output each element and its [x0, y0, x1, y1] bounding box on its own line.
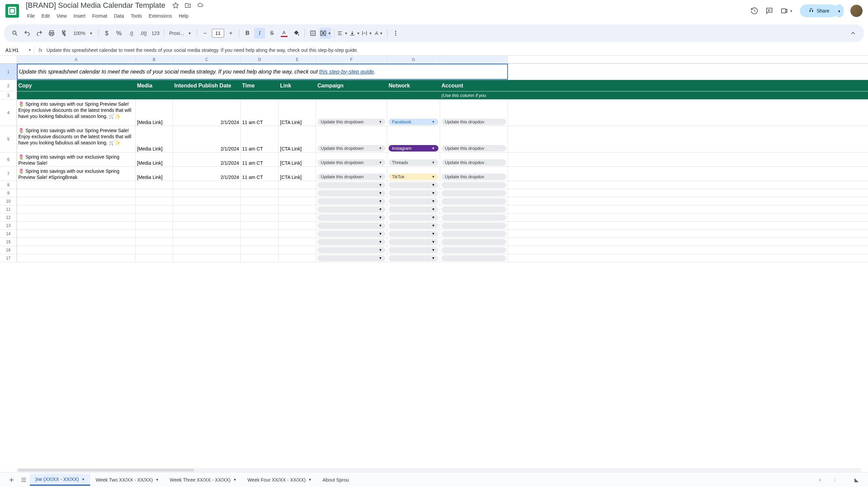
explore-icon[interactable]: ◣: [850, 474, 863, 486]
row-header-7[interactable]: 7: [0, 167, 17, 181]
sheet-tab-5[interactable]: About Sprou: [317, 474, 354, 485]
row-header-9[interactable]: 9: [0, 189, 17, 197]
sheet-tab-1[interactable]: )ne (XX/XX - XX/XX)▼: [30, 474, 90, 486]
account-dropdown[interactable]: Update this dropdov: [441, 159, 506, 166]
campaign-dropdown[interactable]: Update this dropdown▼: [317, 159, 386, 166]
cell-link[interactable]: [CTA Link]: [279, 100, 316, 126]
col-header-F[interactable]: F: [316, 56, 387, 63]
row-header-1[interactable]: 1: [0, 64, 17, 80]
sheet-tab-3[interactable]: Week Three XX/XX - XX/XX)▼: [164, 474, 242, 485]
header-publish-date[interactable]: Intended Publish Date: [173, 80, 241, 91]
menu-format[interactable]: Format: [90, 12, 110, 20]
user-avatar[interactable]: [850, 5, 863, 17]
name-box[interactable]: A1:H1▼: [3, 46, 35, 54]
row-header-3[interactable]: 3: [0, 92, 17, 99]
cell-media[interactable]: [Media Link]: [136, 126, 173, 152]
network-dropdown[interactable]: Instagram▼: [389, 145, 438, 151]
campaign-dropdown[interactable]: ▼: [317, 182, 386, 188]
currency-icon[interactable]: $: [101, 28, 112, 39]
font-size-input[interactable]: [212, 29, 224, 38]
row-header-5[interactable]: 5: [0, 126, 17, 152]
col-header-D[interactable]: D: [241, 56, 279, 63]
menu-file[interactable]: File: [24, 12, 38, 20]
network-dropdown[interactable]: ▼: [389, 215, 438, 221]
account-dropdown[interactable]: Update this dropdov: [441, 174, 506, 180]
col-header-G[interactable]: G: [387, 56, 440, 63]
header-copy[interactable]: Copy: [17, 80, 136, 91]
search-menus-icon[interactable]: [9, 28, 20, 39]
text-rotation-icon[interactable]: A▼: [374, 28, 384, 39]
comment-icon[interactable]: [765, 7, 773, 15]
account-dropdown[interactable]: [441, 255, 506, 261]
document-title[interactable]: [BRAND] Social Media Calendar Template: [24, 0, 167, 11]
network-dropdown[interactable]: Threads▼: [389, 159, 438, 166]
campaign-dropdown[interactable]: ▼: [317, 255, 386, 261]
more-icon[interactable]: [390, 28, 401, 39]
campaign-dropdown[interactable]: Update this dropdown▼: [317, 145, 386, 151]
horizontal-scrollbar[interactable]: [17, 468, 861, 472]
account-dropdown[interactable]: Update this dropdov: [441, 145, 506, 151]
account-dropdown[interactable]: [441, 247, 506, 253]
guide-link[interactable]: this step-by-step guide: [319, 69, 374, 75]
cell-media[interactable]: [Media Link]: [136, 100, 173, 126]
col-header-C[interactable]: C: [173, 56, 241, 63]
network-dropdown[interactable]: ▼: [389, 198, 438, 204]
campaign-dropdown[interactable]: ▼: [317, 247, 386, 253]
col-header-B[interactable]: B: [136, 56, 173, 63]
menu-edit[interactable]: Edit: [39, 12, 53, 20]
star-icon[interactable]: [172, 2, 179, 9]
row-header-13[interactable]: 13: [0, 222, 17, 229]
row-header-11[interactable]: 11: [0, 205, 17, 213]
share-button[interactable]: Share: [800, 4, 837, 17]
cell-copy[interactable]: 🌷 Spring into savings with our exclusive…: [17, 153, 136, 166]
horizontal-align-icon[interactable]: ▼: [337, 28, 348, 39]
network-dropdown[interactable]: ▼: [389, 231, 438, 237]
account-dropdown[interactable]: [441, 215, 506, 221]
cell-date[interactable]: 2/1/2024: [173, 100, 241, 126]
cloud-status-icon[interactable]: [197, 2, 203, 9]
row-header-2[interactable]: 2: [0, 80, 17, 91]
network-dropdown[interactable]: ▼: [389, 182, 438, 188]
menu-help[interactable]: Help: [176, 12, 191, 20]
cell-account[interactable]: Update this dropdov: [440, 167, 508, 181]
percent-icon[interactable]: %: [114, 28, 124, 39]
scrollbar-thumb[interactable]: [18, 469, 194, 471]
spreadsheet-grid[interactable]: A B C D E F G 1 Update this spreadsheet …: [0, 56, 868, 262]
vertical-align-icon[interactable]: ▼: [349, 28, 360, 39]
sheet-tab-2[interactable]: Week Two XX/XX - XX/XX)▼: [90, 474, 164, 485]
network-dropdown[interactable]: ▼: [389, 247, 438, 253]
increase-decimal-icon[interactable]: .00̲: [138, 28, 149, 39]
account-dropdown[interactable]: Update this dropdov: [441, 119, 506, 125]
header-link[interactable]: Link: [279, 80, 316, 91]
row-header-15[interactable]: 15: [0, 238, 17, 246]
meet-icon[interactable]: ▼: [780, 7, 793, 15]
cell-copy[interactable]: 🌷 Spring into savings with our exclusive…: [17, 167, 136, 181]
font-select[interactable]: Proxi...▼: [167, 28, 194, 39]
cell-campaign[interactable]: Update this dropdown▼: [316, 167, 387, 181]
strikethrough-icon[interactable]: S: [267, 28, 277, 39]
network-dropdown[interactable]: ▼: [389, 190, 438, 196]
cell-time[interactable]: 11 am CT: [241, 153, 279, 166]
text-wrap-icon[interactable]: ▼: [361, 28, 372, 39]
move-icon[interactable]: [184, 2, 191, 9]
share-dropdown[interactable]: ▼: [835, 4, 844, 17]
network-dropdown[interactable]: ▼: [389, 255, 438, 261]
history-icon[interactable]: [750, 7, 758, 15]
account-dropdown[interactable]: [441, 239, 506, 245]
cell-copy[interactable]: 🌷 Spring into savings with our Spring Pr…: [17, 100, 136, 126]
account-dropdown[interactable]: [441, 223, 506, 229]
cell-network[interactable]: Threads▼: [387, 153, 440, 166]
campaign-dropdown[interactable]: ▼: [317, 206, 386, 212]
cell-campaign[interactable]: Update this dropdown▼: [316, 100, 387, 126]
network-dropdown[interactable]: ▼: [389, 206, 438, 212]
paint-format-icon[interactable]: [58, 28, 69, 39]
tab-scroll-right-icon[interactable]: ›: [829, 474, 841, 486]
network-dropdown[interactable]: TikTok▼: [389, 174, 438, 180]
cell-time[interactable]: 11 am CT: [241, 126, 279, 152]
subheader-account[interactable]: (Use this column if you: [440, 92, 508, 99]
cell-network[interactable]: TikTok▼: [387, 167, 440, 181]
account-dropdown[interactable]: [441, 182, 506, 188]
row-header-6[interactable]: 6: [0, 153, 17, 166]
sheet-tab-4[interactable]: Week Four XX/XX - XX/XX)▼: [242, 474, 317, 485]
collapse-toolbar-icon[interactable]: [848, 28, 859, 39]
